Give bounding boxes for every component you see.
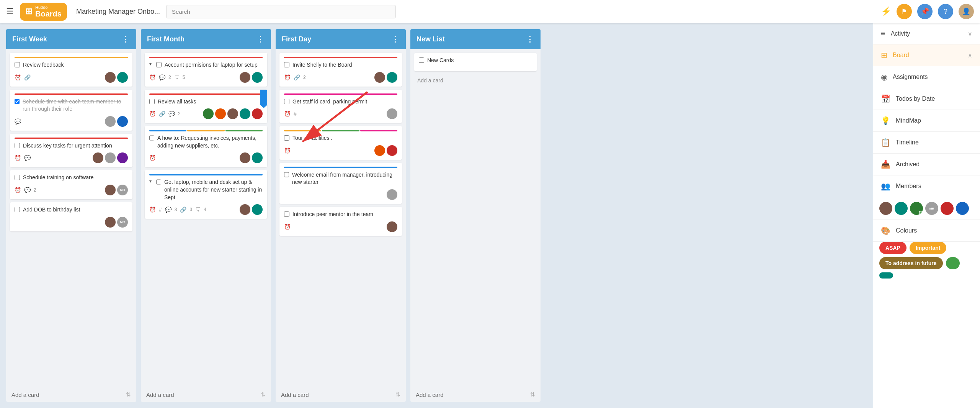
card-avatars-fm1	[240, 72, 263, 83]
card-checkbox-fw4[interactable]	[15, 175, 20, 180]
card-title-fm2: Review all tasks	[158, 98, 196, 106]
card-bar-fd2	[284, 93, 397, 95]
board-name: Marketing Manager Onbo...	[76, 8, 160, 16]
card-content-fm1: ▾ Account permisions for laptop for setu…	[149, 61, 263, 72]
card-fw5: Add DOB to birthday list MR	[10, 202, 132, 231]
card-checkbox-fm2[interactable]	[149, 99, 155, 104]
pin-button[interactable]: 📌	[917, 4, 933, 19]
column-menu-first-month[interactable]: ⋮	[256, 34, 265, 44]
board-icon: ⊞	[881, 51, 887, 60]
card-bar-fw3	[15, 138, 128, 139]
card-checkbox-fm3[interactable]	[149, 135, 154, 141]
card-checkbox-fd3[interactable]	[284, 135, 289, 141]
card-checkbox-fd1[interactable]	[284, 62, 289, 67]
mindmap-icon: 💡	[881, 116, 890, 125]
sidebar-item-timeline[interactable]: 📋 Timeline	[873, 132, 980, 154]
tag-asap[interactable]: ASAP	[879, 242, 906, 254]
avatar	[252, 108, 263, 119]
column-menu-new-list[interactable]: ⋮	[526, 34, 534, 44]
tag-important[interactable]: Important	[910, 242, 947, 254]
colours-icon: 🎨	[881, 226, 890, 235]
link-icon: 🔗	[24, 74, 31, 80]
add-card-first-week[interactable]: Add a card ⇅	[6, 387, 136, 402]
column-menu-first-day[interactable]: ⋮	[391, 34, 400, 44]
sidebar-item-archived[interactable]: 📥 Archived	[873, 154, 980, 175]
card-fm3: A how to: Requesting invoices, payments,…	[145, 126, 267, 167]
column-body-first-month: ▾ Account permisions for laptop for setu…	[141, 49, 271, 387]
add-card-first-day[interactable]: Add a card ⇅	[276, 387, 406, 402]
column-title-first-week: First Week	[12, 35, 47, 43]
member-avatar[interactable]	[910, 202, 923, 215]
card-content-fd3: Tour of facilities .	[284, 134, 397, 145]
clock-icon: ⏰	[284, 224, 291, 230]
card-fm1: ▾ Account permisions for laptop for setu…	[145, 53, 267, 87]
card-checkbox-fw1[interactable]	[15, 62, 20, 67]
card-bar-fw2	[15, 93, 128, 95]
column-menu-first-week[interactable]: ⋮	[122, 34, 130, 44]
filter-icon[interactable]: ⚡	[881, 7, 891, 16]
avatar	[387, 108, 397, 119]
sidebar-item-assignments[interactable]: ◉ Assignments	[873, 66, 980, 88]
clock-icon: ⏰	[284, 74, 291, 80]
card-bar-fm3	[149, 130, 263, 131]
card-fd2: Get staff id card, parking permit ⏰ #	[279, 90, 402, 123]
avatar	[387, 145, 397, 156]
member-avatar[interactable]: MR	[925, 202, 938, 215]
card-avatars-fw3	[93, 152, 128, 163]
card-checkbox-fd4[interactable]	[284, 172, 289, 177]
card-checkbox-fw5[interactable]	[15, 207, 20, 212]
sidebar-item-board[interactable]: ⊞ Board ∧	[873, 44, 980, 66]
menu-icon[interactable]: ☰	[6, 7, 14, 16]
column-header-first-month: First Month ⋮	[141, 29, 271, 49]
card-checkbox-fm1[interactable]	[156, 62, 162, 67]
card-checkbox-fd2[interactable]	[284, 99, 289, 104]
tag-address-future[interactable]: To address in future	[879, 257, 943, 269]
clock-icon: ⏰	[149, 74, 156, 80]
card-checkbox-fw2[interactable]	[15, 99, 20, 104]
hash-icon: #	[159, 206, 162, 213]
collapse-arrow[interactable]: ▾	[149, 61, 152, 67]
member-avatar[interactable]	[879, 202, 892, 215]
chat-icon: 🗨	[195, 206, 201, 213]
card-checkbox-nl1[interactable]	[419, 57, 424, 63]
member-avatar[interactable]	[941, 202, 954, 215]
card-bar-fm1	[149, 57, 263, 58]
collapse-arrow[interactable]: ▾	[149, 179, 152, 184]
add-card-new-list[interactable]: Add a card ⇅	[410, 387, 541, 402]
logo[interactable]: ⊞ Huddo Boards	[20, 3, 67, 21]
timeline-icon: 📋	[881, 138, 890, 147]
flag-button[interactable]: ⚑	[897, 4, 912, 19]
sidebar-item-members[interactable]: 👥 Members	[873, 175, 980, 197]
add-a-card-inline[interactable]: Add a card	[414, 74, 537, 87]
card-avatars-fd3	[374, 145, 397, 156]
sidebar-item-mindmap[interactable]: 💡 MindMap	[873, 110, 980, 132]
card-checkbox-fm4[interactable]	[156, 179, 161, 185]
card-title-fd5: Introduce peer mentor in the team	[292, 211, 373, 218]
card-title-fw2: Schedule time with each team member to r…	[23, 98, 128, 113]
sidebar-members-list: MR	[873, 197, 980, 220]
card-checkbox-fd5[interactable]	[284, 211, 289, 217]
assignments-icon: ◉	[881, 72, 887, 82]
card-content-fd5: Introduce peer mentor in the team	[284, 211, 397, 221]
help-button[interactable]: ?	[938, 4, 953, 19]
add-card-first-month[interactable]: Add a card ⇅	[141, 387, 271, 402]
card-meta-fw4: ⏰ 💬 2 MR	[15, 185, 128, 195]
sidebar-item-colours[interactable]: 🎨 Colours	[873, 220, 980, 242]
logo-icon: ⊞	[25, 7, 32, 16]
sidebar-item-activity[interactable]: ≡ Activity ∨	[873, 23, 980, 44]
card-meta-fm2: ⏰ 🔗 💬 2	[149, 108, 263, 119]
sidebar-item-todos[interactable]: 📅 Todos by Date	[873, 88, 980, 110]
sidebar-label-board: Board	[893, 52, 962, 59]
search-input[interactable]	[166, 5, 396, 18]
link-icon: 🔗	[294, 74, 300, 80]
tag-teal[interactable]	[879, 272, 893, 279]
card-fw1: Review feedback ⏰ 🔗	[10, 53, 132, 87]
tag-green[interactable]	[946, 257, 960, 269]
card-fm4: ▾ Get laptop, mobile and desk set up & o…	[145, 170, 267, 219]
member-avatar[interactable]	[956, 202, 969, 215]
clock-icon: ⏰	[15, 187, 21, 193]
user-avatar[interactable]: 👤	[959, 4, 974, 19]
member-avatar[interactable]	[895, 202, 908, 215]
card-checkbox-fw3[interactable]	[15, 143, 20, 148]
add-card-label: Add a card	[146, 392, 174, 398]
